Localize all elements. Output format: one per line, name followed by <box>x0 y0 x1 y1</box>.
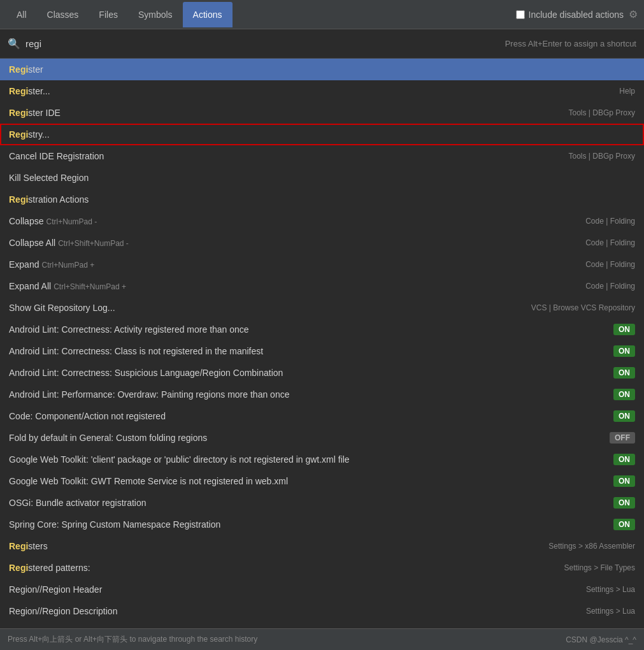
result-name: Google Web Toolkit: 'client' package or … <box>9 454 350 465</box>
result-label: Code: Component/Action not registered <box>9 411 606 421</box>
search-icon: 🔍 <box>8 38 20 50</box>
status-bar-right: CSDN @Jesscia ^_^ <box>566 635 636 644</box>
list-item[interactable]: Region//Region HeaderSettings > Lua <box>0 579 644 600</box>
result-label: Region//Region Description <box>9 606 578 616</box>
result-label: Register... <box>9 86 612 96</box>
result-label: Google Web Toolkit: GWT Remote Service i… <box>9 476 606 486</box>
toggle-badge[interactable]: ON <box>613 324 635 335</box>
result-label: Android Lint: Correctness: Activity regi… <box>9 324 606 335</box>
result-category: Code | Folding <box>585 282 635 291</box>
search-input[interactable] <box>25 38 505 49</box>
toggle-badge[interactable]: ON <box>613 519 635 530</box>
result-name: Show Git Repository Log... <box>9 303 115 313</box>
toggle-badge[interactable]: ON <box>613 410 635 422</box>
result-label: Android Lint: Correctness: Suspicious La… <box>9 368 606 378</box>
list-item[interactable]: Register IDETools | DBGp Proxy <box>0 102 644 124</box>
tab-all[interactable]: All <box>6 2 37 27</box>
list-item[interactable]: Collapse AllCtrl+Shift+NumPad -Code | Fo… <box>0 232 644 254</box>
result-label: Android Lint: Performance: Overdraw: Pai… <box>9 389 606 400</box>
list-item[interactable]: Registry... <box>0 124 644 145</box>
result-category: Settings > x86 Assembler <box>548 542 635 551</box>
toggle-badge[interactable]: OFF <box>610 432 635 444</box>
list-item[interactable]: Google Web Toolkit: GWT Remote Service i… <box>0 470 644 492</box>
result-label: Registers <box>9 541 541 551</box>
result-name: Spring Core: Spring Custom Namespace Reg… <box>9 519 220 530</box>
header-right: Include disabled actions ⚙ <box>516 8 638 20</box>
include-disabled-label: Include disabled actions <box>529 10 624 20</box>
list-item[interactable]: Expand AllCtrl+Shift+NumPad +Code | Fold… <box>0 275 644 297</box>
result-name: Collapse AllCtrl+Shift+NumPad - <box>9 238 129 248</box>
list-item[interactable]: Region//Region DescriptionSettings > Lua <box>0 600 644 622</box>
result-name: Cancel IDE Registration <box>9 151 104 161</box>
toggle-badge[interactable]: ON <box>613 389 635 400</box>
list-item[interactable]: Android Lint: Performance: Overdraw: Pai… <box>0 384 644 405</box>
result-name: Region//Region Description <box>9 606 117 616</box>
toggle-badge[interactable]: ON <box>613 497 635 509</box>
list-item[interactable]: Show Git Repository Log...VCS | Browse V… <box>0 297 644 319</box>
result-label: Spring Core: Spring Custom Namespace Reg… <box>9 519 606 530</box>
list-item[interactable]: CollapseCtrl+NumPad -Code | Folding <box>0 210 644 232</box>
result-category: Code | Folding <box>585 260 635 269</box>
tab-files[interactable]: Files <box>89 2 128 27</box>
list-item[interactable]: Cancel IDE RegistrationTools | DBGp Prox… <box>0 145 644 167</box>
toggle-badge[interactable]: ON <box>613 454 635 465</box>
include-disabled-checkbox[interactable] <box>516 10 525 19</box>
result-label: Fold by default in General: Custom foldi… <box>9 433 602 443</box>
tab-classes[interactable]: Classes <box>37 2 89 27</box>
result-name: Code: Component/Action not registered <box>9 411 166 421</box>
result-name: Android Lint: Correctness: Suspicious La… <box>9 368 283 378</box>
result-name: Region//Region Header <box>9 584 102 595</box>
result-name: Android Lint: Performance: Overdraw: Pai… <box>9 389 289 400</box>
result-label: Collapse AllCtrl+Shift+NumPad - <box>9 238 578 248</box>
result-label: Android Lint: Correctness: Class is not … <box>9 346 606 356</box>
list-item[interactable]: Android Lint: Correctness: Activity regi… <box>0 319 644 340</box>
result-name: Fold by default in General: Custom foldi… <box>9 433 207 443</box>
results-list: RegisterRegister...HelpRegister IDETools… <box>0 59 644 628</box>
result-label: CollapseCtrl+NumPad - <box>9 216 578 226</box>
settings-icon[interactable]: ⚙ <box>629 8 638 20</box>
result-label: Region//Region Header <box>9 584 578 595</box>
header-tabs: All Classes Files Symbols Actions Includ… <box>0 0 644 29</box>
list-item[interactable]: RegistersSettings > x86 Assembler <box>0 535 644 557</box>
result-label: Registered patterns: <box>9 563 556 573</box>
result-name: Expand AllCtrl+Shift+NumPad + <box>9 281 126 291</box>
result-label: Show Git Repository Log... <box>9 303 524 313</box>
tab-actions[interactable]: Actions <box>183 2 233 27</box>
list-item[interactable]: Register <box>0 59 644 80</box>
result-name: Registry... <box>9 129 50 140</box>
list-item[interactable]: Fold by default in General: Custom foldi… <box>0 427 644 449</box>
list-item[interactable]: Register...Help <box>0 80 644 102</box>
result-label: Expand AllCtrl+Shift+NumPad + <box>9 281 578 291</box>
result-name: ExpandCtrl+NumPad + <box>9 259 94 270</box>
result-label: Register IDE <box>9 108 561 118</box>
toggle-badge[interactable]: ON <box>613 475 635 487</box>
result-category: Tools | DBGp Proxy <box>569 152 635 161</box>
result-label: Cancel IDE Registration <box>9 151 561 161</box>
list-item[interactable]: Spring Core: Spring Custom Namespace Reg… <box>0 514 644 535</box>
list-item[interactable]: Google Web Toolkit: 'client' package or … <box>0 449 644 470</box>
list-item[interactable]: Kill Selected Region <box>0 167 644 189</box>
search-hint: Press Alt+Enter to assign a shortcut <box>505 39 636 48</box>
result-name: Register IDE <box>9 108 61 118</box>
list-item[interactable]: Registered patterns:Settings > File Type… <box>0 557 644 579</box>
result-label: Registry... <box>9 129 635 140</box>
result-name: Registered patterns: <box>9 563 90 573</box>
list-item[interactable]: OSGi: Bundle activator registrationON <box>0 492 644 514</box>
tab-symbols[interactable]: Symbols <box>128 2 183 27</box>
result-name: Register <box>9 64 43 75</box>
list-item[interactable]: Android Lint: Correctness: Class is not … <box>0 340 644 362</box>
result-label: Registration Actions <box>9 194 635 205</box>
result-name: Registers <box>9 541 48 551</box>
list-item[interactable]: ExpandCtrl+NumPad +Code | Folding <box>0 254 644 275</box>
toggle-badge[interactable]: ON <box>613 345 635 357</box>
toggle-badge[interactable]: ON <box>613 367 635 379</box>
result-name: Google Web Toolkit: GWT Remote Service i… <box>9 476 288 486</box>
result-name: Android Lint: Correctness: Activity regi… <box>9 324 249 335</box>
list-item[interactable]: Android Lint: Correctness: Suspicious La… <box>0 362 644 384</box>
result-name: Android Lint: Correctness: Class is not … <box>9 346 263 356</box>
list-item[interactable]: Registration Actions <box>0 189 644 210</box>
status-bar: Press Alt+向上箭头 or Alt+向下箭头 to navigate t… <box>0 628 644 650</box>
result-category: Settings > File Types <box>564 563 635 572</box>
list-item[interactable]: Code: Component/Action not registeredON <box>0 405 644 427</box>
result-name: OSGi: Bundle activator registration <box>9 498 147 508</box>
